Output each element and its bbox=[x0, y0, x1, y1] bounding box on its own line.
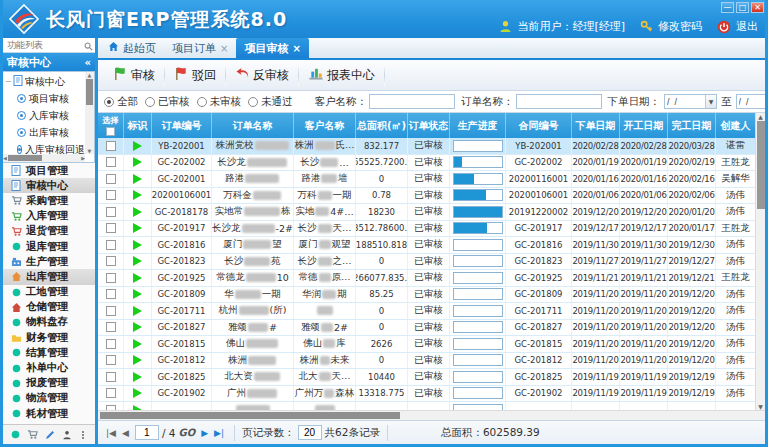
table-row[interactable]: GC-201823长沙苑长沙之…0已审核GC-2018232019/11/272… bbox=[98, 254, 765, 271]
logout-link[interactable]: 退出 bbox=[736, 19, 758, 34]
table-row[interactable]: 20200106001万科金万科一期0.78已审核202001060012020… bbox=[98, 188, 765, 205]
tab-项目订单[interactable]: 项目订单× bbox=[164, 38, 236, 58]
row-checkbox[interactable] bbox=[106, 339, 116, 349]
quick-cart-gray-icon[interactable] bbox=[27, 429, 38, 440]
quick-person-dark-icon[interactable] bbox=[62, 430, 72, 440]
tab-项目审核[interactable]: 项目审核× bbox=[236, 38, 308, 58]
反审核-button[interactable]: 反审核 bbox=[226, 62, 298, 88]
order-name-input[interactable] bbox=[516, 94, 602, 109]
table-vertical-scrollbar[interactable]: ▲▼ bbox=[755, 113, 765, 410]
tab-close-icon[interactable]: × bbox=[220, 43, 228, 54]
sidebar-item-耗材管理[interactable]: 耗材管理 bbox=[3, 406, 95, 421]
sidebar-item-出库管理[interactable]: 出库管理 bbox=[3, 269, 95, 284]
sidebar-item-仓储管理[interactable]: 仓储管理 bbox=[3, 300, 95, 315]
tab-起始页[interactable]: 起始页 bbox=[100, 38, 164, 58]
table-row[interactable]: GC-201815佛山佛山库2626已审核GC-2018152019/11/20… bbox=[98, 336, 765, 353]
row-checkbox[interactable] bbox=[106, 289, 116, 299]
prev-page-icon[interactable]: ◀ bbox=[122, 428, 129, 438]
change-password-link[interactable]: 修改密码 bbox=[658, 19, 702, 34]
row-checkbox[interactable] bbox=[106, 240, 116, 250]
sidebar-item-报废管理[interactable]: 报废管理 bbox=[3, 376, 95, 391]
sidebar-item-生产管理[interactable]: 生产管理 bbox=[3, 254, 95, 269]
tree-expand-icon[interactable]: − bbox=[5, 77, 13, 86]
table-row[interactable]: GC-201816厦门望厦门观望188510.818已审核GC-20181620… bbox=[98, 237, 765, 254]
tree-horizontal-scrollbar[interactable]: ◀▶ bbox=[3, 154, 85, 162]
table-row[interactable]: GC-201917长沙龙-2#长沙天…8512.78600..已审核GC-201… bbox=[98, 221, 765, 238]
报表中心-button[interactable]: 报表中心 bbox=[299, 62, 384, 88]
tree-node[interactable]: 入库审核 bbox=[5, 107, 84, 124]
sidebar-item-审核中心[interactable]: 审核中心 bbox=[3, 178, 95, 193]
close-icon[interactable]: ✕ bbox=[751, 2, 764, 13]
tree-node[interactable]: 项目审核 bbox=[5, 90, 84, 107]
radio-全部[interactable]: 全部 bbox=[104, 95, 138, 109]
table-row[interactable]: GC-201809华一期华润期85.25已审核GC-2018092019/11/… bbox=[98, 287, 765, 304]
table-horizontal-scrollbar[interactable] bbox=[98, 410, 765, 420]
table-row[interactable]: GC-201812株洲株洲未来0已审核GC-2018122019/11/2020… bbox=[98, 353, 765, 370]
go-button[interactable]: GO bbox=[178, 427, 195, 438]
row-checkbox[interactable] bbox=[106, 157, 116, 167]
page-size-input[interactable] bbox=[298, 425, 322, 440]
last-page-icon[interactable]: ▶| bbox=[214, 428, 224, 438]
progress-bar bbox=[453, 255, 503, 267]
radio-未通过[interactable]: 未通过 bbox=[248, 95, 293, 109]
table-row[interactable]: GC-201902广州广州万森林13318.775已审核GC-201902201… bbox=[98, 386, 765, 403]
tab-close-icon[interactable]: × bbox=[292, 43, 300, 54]
tree-vertical-scrollbar[interactable]: ▲▼ bbox=[85, 72, 94, 154]
order-date-from-input[interactable] bbox=[665, 97, 705, 107]
collapse-icon[interactable]: « bbox=[85, 57, 91, 68]
sidebar-item-工地管理[interactable]: 工地管理 bbox=[3, 285, 95, 300]
row-checkbox[interactable] bbox=[106, 190, 116, 200]
table-row[interactable]: GC-202001路港路港墙0已审核202001160012020/01/162… bbox=[98, 171, 765, 188]
row-checkbox[interactable] bbox=[106, 355, 116, 365]
sidebar-item-财务管理[interactable]: 财务管理 bbox=[3, 330, 95, 345]
table-row[interactable]: GC-201825北大资北大天…10440已审核GC-2018252019/11… bbox=[98, 369, 765, 386]
sidebar-item-退库管理[interactable]: 退库管理 bbox=[3, 239, 95, 254]
radio-未审核[interactable]: 未审核 bbox=[197, 95, 242, 109]
row-checkbox[interactable] bbox=[106, 256, 116, 266]
row-checkbox[interactable] bbox=[106, 207, 116, 217]
row-checkbox[interactable] bbox=[106, 223, 116, 233]
select-all-checkbox[interactable] bbox=[106, 127, 115, 136]
table-row[interactable]: GC-201711杭州(所)0已审核GC-2017112019/11/20201… bbox=[98, 303, 765, 320]
row-checkbox[interactable] bbox=[106, 322, 116, 332]
maximize-icon[interactable]: □ bbox=[736, 2, 749, 13]
minimize-icon[interactable]: — bbox=[721, 2, 734, 13]
sidebar-item-物流管理[interactable]: 物流管理 bbox=[3, 391, 95, 406]
page-number-input[interactable] bbox=[135, 425, 159, 440]
table-row[interactable]: YB-202001株洲党校株洲氏…832.177已审核YB-2020012020… bbox=[98, 138, 765, 155]
order-number-cell: GC-202002 bbox=[152, 155, 212, 171]
row-checkbox[interactable] bbox=[106, 372, 116, 382]
table-row[interactable] bbox=[98, 402, 765, 410]
quick-more-icon[interactable] bbox=[79, 430, 87, 440]
customer-name-input[interactable] bbox=[369, 94, 455, 109]
order-date-to-input[interactable] bbox=[737, 97, 766, 107]
radio-已审核[interactable]: 已审核 bbox=[145, 95, 190, 109]
row-checkbox[interactable] bbox=[106, 141, 116, 151]
first-page-icon[interactable]: |◀ bbox=[106, 428, 116, 438]
sidebar-item-结算管理[interactable]: 结算管理 bbox=[3, 345, 95, 360]
row-checkbox[interactable] bbox=[106, 388, 116, 398]
sidebar-item-物料盘存[interactable]: 物料盘存 bbox=[3, 315, 95, 330]
row-checkbox[interactable] bbox=[106, 174, 116, 184]
sidebar-item-入库管理[interactable]: 入库管理 bbox=[3, 209, 95, 224]
sidebar-item-补单中心[interactable]: 补单中心 bbox=[3, 360, 95, 375]
row-checkbox[interactable] bbox=[106, 273, 116, 283]
quick-pen-icon[interactable] bbox=[45, 430, 55, 440]
chevron-down-icon[interactable]: ▼ bbox=[705, 95, 716, 108]
table-row[interactable]: GC-201827雅颂#雅颂2#0已审核GC-2018272019/11/202… bbox=[98, 320, 765, 337]
table-row[interactable]: GC-201925常德龙10常德原…266077.835..已审核GC-2019… bbox=[98, 270, 765, 287]
tree-node-root[interactable]: −审核中心 bbox=[5, 73, 84, 90]
row-checkbox[interactable] bbox=[106, 306, 116, 316]
next-page-icon[interactable]: ▶ bbox=[201, 428, 208, 438]
table-row[interactable]: GC-202002长沙龙长沙…65525.7200..已审核GC-2020022… bbox=[98, 155, 765, 172]
sidebar-item-退货管理[interactable]: 退货管理 bbox=[3, 224, 95, 239]
table-row[interactable]: GC-2018178实地常栋实地4#…18230已审核2019122000220… bbox=[98, 204, 765, 221]
sidebar-item-采购管理[interactable]: 采购管理 bbox=[3, 193, 95, 208]
sidebar-item-项目管理[interactable]: 项目管理 bbox=[3, 163, 95, 178]
tree-node[interactable]: 出库审核 bbox=[5, 124, 84, 141]
驳回-button[interactable]: 驳回 bbox=[165, 62, 225, 88]
quick-dot-icon[interactable] bbox=[11, 430, 20, 439]
row-checkbox[interactable] bbox=[106, 405, 116, 410]
function-search-input[interactable] bbox=[5, 39, 84, 51]
审核-button[interactable]: 审核 bbox=[104, 62, 164, 88]
